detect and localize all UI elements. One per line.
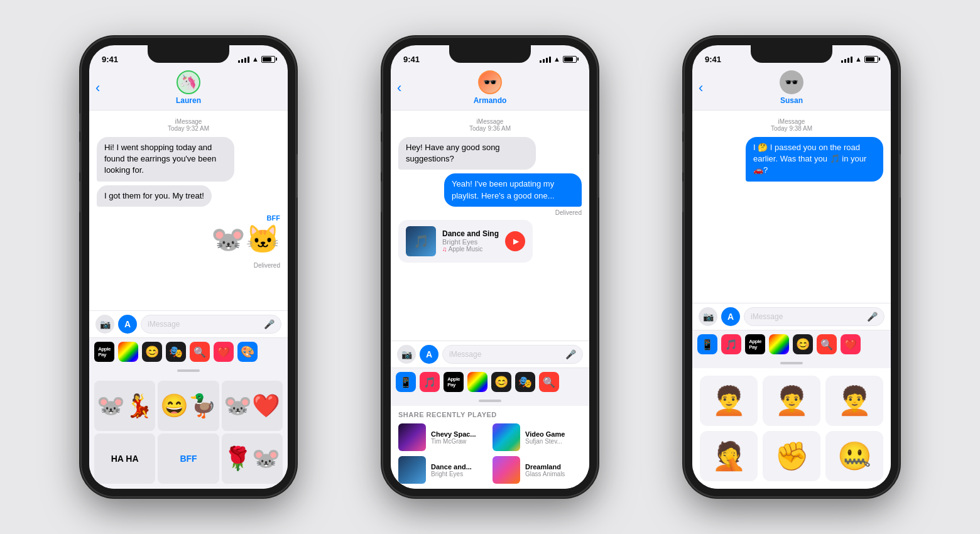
back-button-3[interactable]: ‹: [699, 80, 703, 96]
chat-header-susan: ‹ 🕶️ Susan: [692, 68, 891, 111]
apple-pay-icon-3[interactable]: ApplePay: [745, 334, 765, 354]
music-icon[interactable]: 🎵: [420, 372, 440, 392]
delivered-armando: Delivered: [398, 209, 582, 216]
apple-pay-icon[interactable]: ApplePay: [94, 342, 114, 362]
music-icon-s[interactable]: 🎵: [721, 334, 741, 354]
audio-button[interactable]: 🎤: [264, 319, 275, 329]
audio-button-2[interactable]: 🎤: [565, 349, 576, 359]
app-store-button-3[interactable]: A: [721, 307, 740, 326]
memoji-2[interactable]: 🧑‍🦱: [763, 376, 820, 426]
pride-icon-2[interactable]: [467, 372, 487, 392]
app-icon-s1[interactable]: 📱: [697, 334, 717, 354]
chat-area-lauren[interactable]: iMessage Today 9:32 AM Hi! I went shoppi…: [89, 111, 288, 310]
status-icons-2: ▲: [540, 55, 577, 63]
screen-content-susan: 9:41 ▲ ‹: [692, 45, 891, 489]
message-input-armando[interactable]: iMessage 🎤: [442, 345, 583, 364]
signal-bar-1: [238, 60, 240, 63]
sticker-bff: BFF 🐭🐱: [211, 214, 280, 256]
play-button[interactable]: [505, 231, 525, 251]
message-input-lauren[interactable]: iMessage 🎤: [141, 315, 281, 334]
music-card-armando[interactable]: 🎵 Dance and Sing Bright Eyes ♫ Apple Mus…: [398, 220, 533, 263]
rp-item-1[interactable]: Chevy Spac... Tim McGraw: [398, 423, 487, 451]
side-btn-vol-down: [79, 181, 82, 212]
app-store-button-2[interactable]: A: [420, 345, 438, 364]
imessage-label-2: iMessage Today 9:36 AM: [398, 118, 582, 132]
status-icons-3: ▲: [841, 55, 878, 63]
memoji-3[interactable]: 🧑‍🦱: [825, 376, 883, 426]
battery-icon: [261, 56, 275, 63]
notch-2: [449, 45, 531, 63]
sb3: [546, 58, 548, 63]
memoji-icon-3[interactable]: 😊: [793, 334, 813, 354]
memoji-5[interactable]: ✊: [763, 431, 820, 481]
message-placeholder: iMessage: [148, 320, 180, 329]
rp-grid: Chevy Spac... Tim McGraw Video Game Sufj…: [398, 423, 582, 484]
rp-item-2[interactable]: Video Game Sufjan Stev...: [493, 423, 582, 451]
contact-avatar-armando: 🕶️: [478, 70, 502, 94]
memoji-icon[interactable]: 😊: [142, 342, 162, 362]
sticker-3[interactable]: 🐭❤️: [222, 381, 283, 431]
sticker-1[interactable]: 🐭💃: [94, 381, 155, 431]
contact-name-lauren[interactable]: Lauren: [176, 96, 201, 105]
signal-bars-2: [540, 55, 551, 63]
signal-bars-3: [841, 55, 852, 63]
contact-avatar-lauren: 🦄: [177, 70, 200, 94]
rp-item-4[interactable]: Dreamland Glass Animals: [493, 456, 582, 484]
app-store-button[interactable]: A: [118, 315, 137, 334]
signal-bar-3: [244, 58, 246, 63]
side-btn-vol-up-3: [682, 141, 685, 173]
heart-icon[interactable]: ❤️: [214, 342, 234, 362]
sticker-2[interactable]: 😄🦆: [158, 381, 219, 431]
message-input-susan[interactable]: iMessage 🎤: [744, 307, 885, 326]
rp-info-4: Dreamland Glass Animals: [525, 463, 565, 477]
sticker-6[interactable]: 🌹🐭: [222, 433, 283, 484]
search-icon[interactable]: 🔍: [190, 342, 210, 362]
memoji-4[interactable]: 🤦: [700, 431, 758, 481]
drag-handle-2: [479, 400, 501, 402]
pride-icon[interactable]: [118, 342, 138, 362]
message-placeholder-3: iMessage: [751, 312, 783, 321]
chat-area-susan[interactable]: iMessage Today 9:38 AM I 🤔 I passed you …: [692, 111, 891, 303]
sbar3: [847, 58, 849, 63]
memoji-1[interactable]: 🧑‍🦱: [700, 376, 758, 426]
app-icon-1[interactable]: 📱: [396, 372, 416, 392]
wifi-icon-2: ▲: [553, 55, 560, 63]
camera-button[interactable]: 📷: [95, 315, 114, 334]
chat-area-armando[interactable]: iMessage Today 9:36 AM Hey! Have any goo…: [391, 111, 589, 341]
heart-icon-3[interactable]: ❤️: [841, 334, 861, 354]
back-button-2[interactable]: ‹: [397, 80, 401, 96]
contact-avatar-susan: 🕶️: [780, 70, 803, 94]
status-time: 9:41: [102, 55, 118, 64]
camera-button-2[interactable]: 📷: [397, 345, 416, 364]
battery-icon-3: [864, 56, 878, 63]
search-icon-2[interactable]: 🔍: [539, 372, 559, 392]
message-armando-2: Yeah! I've been updating my playlist. He…: [444, 173, 582, 206]
screen-content-lauren: 9:41 ▲: [89, 45, 288, 489]
audio-button-3[interactable]: 🎤: [867, 312, 878, 322]
search-icon-3[interactable]: 🔍: [817, 334, 837, 354]
delivered-label: Delivered: [97, 262, 280, 269]
back-button[interactable]: ‹: [95, 80, 100, 96]
sticker-5[interactable]: BFF: [158, 433, 219, 484]
memoji-6[interactable]: 🤐: [825, 431, 883, 481]
memoji-icon-2[interactable]: 😊: [491, 372, 511, 392]
sticker-4[interactable]: HA HA: [94, 433, 155, 484]
side-btn-power-3: [898, 154, 901, 198]
rp-item-3[interactable]: Dance and... Bright Eyes: [398, 456, 487, 484]
selected-icon[interactable]: 🎨: [237, 342, 258, 362]
phone-lauren-wrapper: 9:41 ▲: [38, 13, 339, 521]
sticker-icon-2[interactable]: 🎭: [515, 372, 535, 392]
imessage-label-3: iMessage Today 9:38 AM: [700, 118, 883, 132]
sticker-icon[interactable]: 🎭: [166, 342, 186, 362]
apple-pay-icon-2[interactable]: ApplePay: [444, 372, 464, 392]
battery-fill-2: [564, 57, 573, 62]
memoji-grid-susan: 🧑‍🦱 🧑‍🦱 🧑‍🦱 🤦 ✊ 🤐: [692, 368, 891, 489]
camera-button-3[interactable]: 📷: [699, 307, 717, 326]
input-bar-armando: 📷 A iMessage 🎤: [391, 341, 589, 368]
rp-title-2: Video Game: [525, 430, 565, 438]
contact-name-susan[interactable]: Susan: [780, 96, 803, 105]
app-strip-armando: 📱 🎵 ApplePay 😊 🎭 🔍: [391, 368, 589, 396]
recently-played-section: SHARE RECENTLY PLAYED Chevy Spac... Tim …: [391, 406, 589, 489]
pride-icon-3[interactable]: [769, 334, 789, 354]
contact-name-armando[interactable]: Armando: [474, 96, 507, 105]
